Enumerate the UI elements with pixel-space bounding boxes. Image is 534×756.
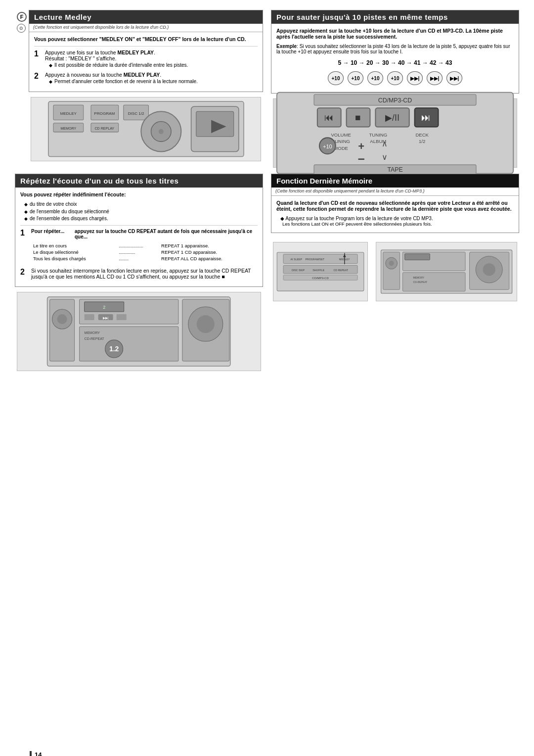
lecture-medley-section: F ⊙ Lecture Medley (Cette fonction est u…: [15, 10, 263, 170]
fonction-images: AI SLEEP PROGRAM/SET MEDLEY DISC SKIP SH…: [271, 238, 519, 303]
rep-bullet-1: ◆ du titre de votre choix: [24, 201, 258, 208]
repetez-section: Répétez l'écoute d'un ou de tous les tit…: [15, 174, 263, 373]
step-1-number: 1: [34, 49, 41, 58]
sauter-title: Pour sauter jusqu'à 10 pistes en même te…: [271, 10, 519, 24]
svg-text:PROGRAM/SET: PROGRAM/SET: [305, 258, 325, 261]
svg-point-86: [483, 263, 495, 276]
fonction-intro: Quand la lecture d'un CD est de nouveau …: [276, 200, 514, 212]
fonction-note1: ◆ Appuyez sur la touche Program lors de …: [280, 216, 514, 221]
lecture-intro: Vous pouvez sélectionner "MEDLEY ON" et …: [34, 36, 258, 42]
svg-point-13: [158, 129, 163, 134]
step-2-number: 2: [34, 72, 41, 81]
medley-device-image: MEDLEY MEMORY PROGRAM CD REPLAY DISC 1/2: [31, 97, 261, 161]
f-label: F: [17, 12, 27, 22]
btn-plus10-3[interactable]: +10: [367, 71, 383, 85]
rep-diamond-3: ◆: [24, 216, 28, 222]
svg-text:DISC 1/2: DISC 1/2: [128, 112, 144, 116]
btn-skip-3[interactable]: ▶▶|: [446, 71, 462, 85]
fonction-note1-text: ◆ Appuyez sur la touche Program lors de …: [280, 216, 433, 221]
repeat-row-1: Le titre en cours ......................…: [31, 242, 258, 249]
rep-step-2-content: Si vous souhaitez interrompre la fonctio…: [31, 268, 258, 280]
circle-label: ⊙: [17, 24, 26, 33]
repeat-row-2: Le disque sélectionné ..................…: [31, 249, 258, 255]
step-2-bullet-text: Permet d'annuler cette fonction et de re…: [54, 79, 198, 84]
repeat-table: Le titre en cours ......................…: [31, 242, 258, 262]
fonction-device-top: AI SLEEP PROGRAM/SET MEDLEY DISC SKIP SH…: [273, 242, 368, 301]
bullet-diamond-1: ◆: [49, 62, 52, 69]
svg-text:TUNING: TUNING: [369, 132, 388, 138]
svg-text:SHUFFLE: SHUFFLE: [312, 268, 324, 271]
repeat-row-1-right: REPEAT 1 apparaisse.: [159, 242, 258, 249]
svg-rect-50: [85, 314, 94, 320]
repetez-title: Répétez l'écoute d'un ou de tous les tit…: [15, 174, 263, 188]
svg-text:MEDLEY: MEDLEY: [60, 112, 77, 116]
svg-text:∧: ∧: [382, 139, 388, 148]
fonction-note2: Les fonctions Last ON et OFF peuvent êtr…: [282, 221, 514, 227]
rep-step-2: 2 Si vous souhaitez interrompre la fonct…: [20, 268, 258, 280]
page-number: 14: [30, 751, 42, 756]
btn-plus10-2[interactable]: +10: [348, 71, 363, 85]
step-2-bullet: ◆ Permet d'annuler cette fonction et de …: [49, 79, 258, 85]
svg-text:CD-REPEAT: CD-REPEAT: [413, 281, 427, 284]
svg-text:▶/II: ▶/II: [385, 113, 400, 123]
repeat-row-2-left: Le disque sélectionné: [31, 249, 117, 255]
btn-plus10-4[interactable]: +10: [387, 71, 403, 85]
rep-step-2-text: Si vous souhaitez interrompre la fonctio…: [31, 268, 258, 280]
svg-point-61: [197, 315, 215, 333]
btn-plus10-1[interactable]: +10: [328, 71, 344, 85]
btn-skip-1[interactable]: ▶▶|: [407, 71, 423, 85]
rep-bullet-2-text: de l'ensemble du disque sélectionné: [30, 209, 109, 214]
svg-text:MEMORY: MEMORY: [413, 276, 424, 279]
medley-device-svg: MEDLEY MEMORY PROGRAM CD REPLAY DISC 1/2: [37, 99, 255, 159]
rep-step-1-content: Pour répéter... appuyez sur la touche CD…: [31, 229, 258, 265]
exemple-text: Exemple: Si vous souhaitez sélectionner …: [276, 44, 514, 54]
svg-text:CD REPEAT: CD REPEAT: [333, 268, 348, 271]
repetez-intro: Vous pouvez répéter indéfiniment l'écout…: [20, 191, 258, 197]
svg-point-78: [389, 261, 394, 266]
fonction-top-svg: AI SLEEP PROGRAM/SET MEDLEY DISC SKIP SH…: [276, 244, 365, 299]
svg-text:DISC SKIP: DISC SKIP: [292, 268, 305, 271]
rep-col2: appuyez sur la touche CD REPEAT autant d…: [75, 229, 258, 239]
repeat-row-2-dots: ....................: [117, 249, 159, 255]
buttons-row: +10 +10 +10 +10 ▶▶| ▶▶| ▶▶|: [276, 71, 514, 85]
section-box-fonction: Fonction Dernière Mémoire (Cette fonctio…: [271, 174, 519, 233]
svg-text:AI SLEEP: AI SLEEP: [290, 258, 302, 261]
svg-rect-80: [404, 254, 430, 260]
svg-text:∨: ∨: [382, 153, 388, 162]
rep-diamond-2: ◆: [24, 209, 28, 215]
fonction-device-bottom: MEMORY CD-REPEAT: [376, 242, 517, 301]
rep-diamond-1: ◆: [24, 201, 28, 208]
btn-skip-2[interactable]: ▶▶|: [427, 71, 443, 85]
repeat-row-2-right: REPEAT 1 CD apparaisse.: [159, 249, 258, 255]
svg-text:CD REPLAY: CD REPLAY: [94, 127, 114, 131]
repeat-row-3: Tous les disques chargés ............ RE…: [31, 255, 258, 262]
fonction-title: Fonction Dernière Mémoire: [271, 174, 519, 188]
repeat-row-1-dots: ..............................: [117, 242, 159, 249]
rep-step-1-cols: Pour répéter... appuyez sur la touche CD…: [31, 229, 258, 239]
sauter-section: Pour sauter jusqu'à 10 pistes en même te…: [271, 10, 519, 170]
rep-bullet-3-text: de l'ensemble des disques chargés.: [30, 216, 108, 221]
fonction-bottom-svg: MEMORY CD-REPEAT: [380, 244, 513, 299]
svg-text:⏮: ⏮: [324, 112, 334, 123]
svg-text:+10: +10: [323, 143, 332, 149]
fonction-section: Fonction Dernière Mémoire (Cette fonctio…: [271, 174, 519, 373]
exemple-content: : Si vous souhaitez sélectionner la pist…: [276, 44, 510, 54]
rep-bullet-2: ◆ de l'ensemble du disque sélectionné: [24, 209, 258, 215]
step-2-block: 2 Appuyez à nouveau sur la touche MEDLEY…: [34, 72, 258, 85]
svg-point-46: [57, 314, 67, 324]
bullet-diamond-2: ◆: [49, 79, 52, 85]
top-layout: F ⊙ Lecture Medley (Cette fonction est u…: [15, 10, 519, 170]
exemple-label: Exemple: [276, 44, 297, 49]
rep-bullet-1-text: du titre de votre choix: [30, 201, 77, 207]
svg-text:VOLUME: VOLUME: [331, 132, 351, 138]
rep-step-1-num: 1: [20, 229, 27, 237]
sauter-body: Appuyez rapidement sur la touche +10 lor…: [271, 24, 519, 93]
svg-text:+: +: [358, 140, 364, 152]
svg-text:1/2: 1/2: [419, 139, 425, 144]
svg-rect-53: [117, 314, 127, 320]
svg-text:TAPE: TAPE: [387, 166, 402, 173]
arrow-sequence: 5 → 10 → 20 → 30 → 40 → 41 → 42 → 43: [276, 59, 514, 66]
repeat-row-3-right: REPEAT ALL CD apparaisse.: [159, 255, 258, 262]
svg-text:CD/MP3-CD: CD/MP3-CD: [312, 277, 329, 280]
section-box-lecture: Lecture Medley (Cette fonction est uniqu…: [29, 10, 263, 92]
